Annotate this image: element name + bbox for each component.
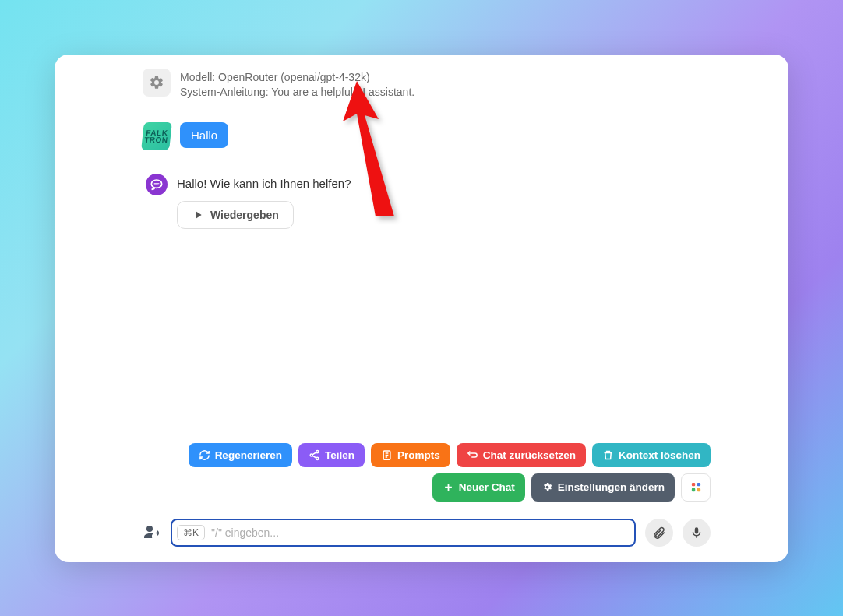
svg-rect-7 [691,488,694,491]
svg-rect-6 [697,483,700,486]
user-message-row: FALK TRON Hallo [143,122,711,150]
document-icon [381,449,393,461]
gear-icon [541,481,553,493]
voice-indicator-icon [143,522,161,544]
shortcut-badge: ⌘K [177,525,205,540]
system-message-text: Modell: OpenRouter (openai/gpt-4-32k) Sy… [180,69,414,100]
action-buttons-row-1: Regenerieren Teilen Prompts Chat zurücks… [143,443,711,467]
svg-rect-5 [691,483,694,486]
system-message-row: Modell: OpenRouter (openai/gpt-4-32k) Sy… [143,69,711,100]
grid-icon [690,481,702,493]
clear-context-button[interactable]: Kontext löschen [592,443,711,467]
input-row: ⌘K [143,519,711,547]
attach-button[interactable] [645,519,673,547]
regenerate-button[interactable]: Regenerieren [189,443,292,467]
svg-rect-8 [697,488,700,491]
bottom-controls: Regenerieren Teilen Prompts Chat zurücks… [55,443,788,562]
playback-button[interactable]: Wiedergeben [177,201,294,229]
chat-scroll-area: Modell: OpenRouter (openai/gpt-4-32k) Sy… [55,55,788,443]
user-message-bubble: Hallo [180,122,228,148]
paperclip-icon [652,526,666,540]
action-buttons-row-2: Neuer Chat Einstellungen ändern [143,473,711,502]
system-model-line: Modell: OpenRouter (openai/gpt-4-32k) [180,70,414,86]
message-input[interactable] [211,526,628,539]
message-input-box[interactable]: ⌘K [171,519,636,547]
assistant-message-text: Hallo! Wie kann ich Ihnen helfen? [177,174,351,190]
change-settings-button[interactable]: Einstellungen ändern [531,473,675,502]
new-chat-button[interactable]: Neuer Chat [432,473,525,502]
apps-grid-button[interactable] [681,473,711,502]
system-instruction-line: System-Anleitung: You are a helpful AI a… [180,85,414,100]
microphone-button[interactable] [683,519,711,547]
reset-icon [467,449,478,461]
assistant-avatar [146,174,168,195]
user-avatar: FALK TRON [141,122,172,150]
trash-icon [602,449,614,461]
refresh-icon [199,449,210,461]
microphone-icon [690,526,704,540]
assistant-message-row: Hallo! Wie kann ich Ihnen helfen? Wieder… [143,174,711,229]
share-icon [309,449,320,461]
prompts-button[interactable]: Prompts [371,443,450,467]
plus-icon [443,481,454,493]
play-icon [192,209,204,221]
reset-chat-button[interactable]: Chat zurücksetzen [457,443,586,467]
chat-window: Modell: OpenRouter (openai/gpt-4-32k) Sy… [55,55,788,562]
gear-icon[interactable] [143,69,171,97]
share-button[interactable]: Teilen [298,443,365,467]
